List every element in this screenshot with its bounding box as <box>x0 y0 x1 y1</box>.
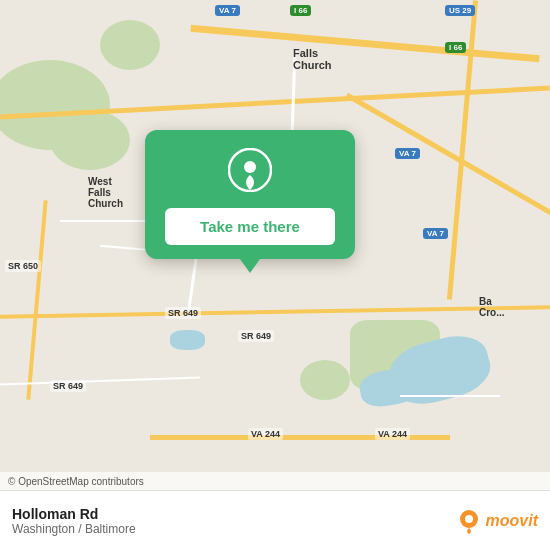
svg-point-3 <box>465 515 473 523</box>
popup-card: Take me there <box>145 130 355 259</box>
road-label-sr649-3: SR 649 <box>50 380 86 392</box>
highway-badge-va7-3: VA 7 <box>423 228 448 239</box>
highway-badge-va7: VA 7 <box>215 5 240 16</box>
moovit-brand-name: moovit <box>486 512 538 530</box>
road-label-va244: VA 244 <box>248 428 283 440</box>
copyright-bar: © OpenStreetMap contributors <box>0 472 550 490</box>
highway-badge-va7-2: VA 7 <box>395 148 420 159</box>
water-area <box>170 330 205 350</box>
bottom-bar: Holloman Rd Washington / Baltimore moovi… <box>0 490 550 550</box>
place-ba-cro: BaCro... <box>476 295 508 319</box>
moovit-logo: moovit <box>456 508 538 534</box>
green-area <box>50 110 130 170</box>
road-label-va244-2: VA 244 <box>375 428 410 440</box>
place-west-falls-church: WestFallsChurch <box>85 175 126 210</box>
moovit-pin-icon <box>456 508 482 534</box>
highway-badge-i66-2: I 66 <box>445 42 466 53</box>
road-label-sr650: SR 650 <box>5 260 41 272</box>
highway-badge-i66: I 66 <box>290 5 311 16</box>
map-container: VA 7 VA 7 VA 7 I 66 I 66 US 29 SR 649 SR… <box>0 0 550 550</box>
green-area <box>300 360 350 400</box>
place-falls-church: FallsChurch <box>290 46 335 72</box>
location-info: Holloman Rd Washington / Baltimore <box>12 506 136 536</box>
green-area <box>100 20 160 70</box>
copyright-text: © OpenStreetMap contributors <box>8 476 144 487</box>
location-pin-icon <box>228 148 272 192</box>
road-label-sr649-2: SR 649 <box>238 330 274 342</box>
location-sub: Washington / Baltimore <box>12 522 136 536</box>
take-me-there-button[interactable]: Take me there <box>165 208 335 245</box>
road-label-sr649: SR 649 <box>165 307 201 319</box>
svg-point-1 <box>244 161 256 173</box>
location-name: Holloman Rd <box>12 506 136 522</box>
highway-badge-us29: US 29 <box>445 5 475 16</box>
road <box>400 395 500 397</box>
